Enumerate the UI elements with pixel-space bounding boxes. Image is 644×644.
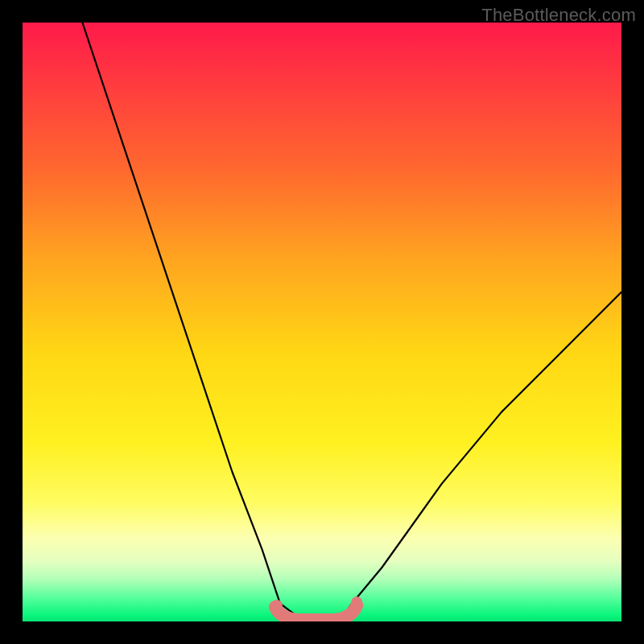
plot-area: [23, 23, 621, 621]
curve-layer: [23, 23, 621, 621]
highlight-dot: [271, 600, 283, 611]
chart-frame: TheBottleneck.com: [0, 0, 644, 644]
optimal-range-highlight: [275, 605, 357, 620]
bottleneck-curve: [82, 23, 621, 621]
highlight-dot: [351, 597, 362, 608]
